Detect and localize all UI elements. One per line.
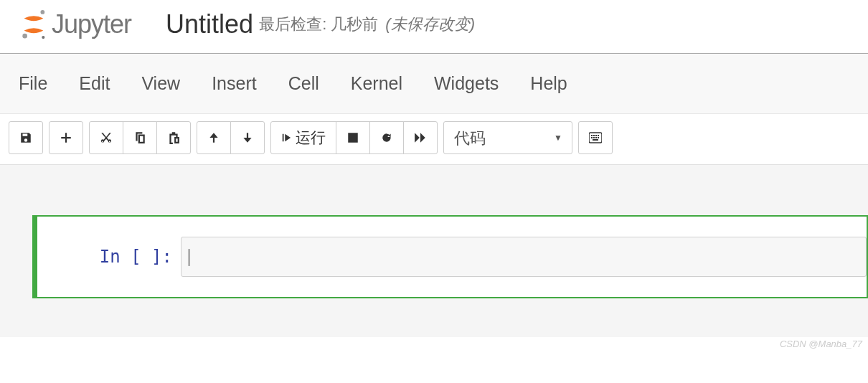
checkpoint-status: 最后检查: 几秒前 (259, 14, 378, 35)
run-button[interactable]: 运行 (270, 121, 336, 154)
copy-button[interactable] (123, 121, 157, 154)
text-cursor (189, 249, 189, 266)
notebook-title[interactable]: Untitled (166, 9, 253, 39)
menu-help[interactable]: Help (524, 72, 572, 95)
header: Jupyter Untitled 最后检查: 几秒前 (未保存改变) (0, 0, 868, 54)
plus-icon (60, 131, 72, 144)
svg-rect-10 (593, 137, 595, 138)
fast-forward-icon (414, 131, 427, 144)
menu-file[interactable]: File (13, 72, 53, 95)
paste-button[interactable] (156, 121, 191, 154)
input-prompt: In [ ]: (37, 247, 181, 267)
save-icon (19, 131, 32, 144)
svg-rect-13 (593, 139, 598, 141)
menu-insert[interactable]: Insert (206, 72, 263, 95)
cut-button[interactable] (89, 121, 123, 154)
move-down-button[interactable] (230, 121, 265, 154)
arrow-up-icon (207, 131, 220, 144)
svg-point-0 (41, 10, 45, 14)
stop-icon (346, 131, 359, 144)
menubar: File Edit View Insert Cell Kernel Widget… (0, 54, 868, 114)
run-label: 运行 (296, 128, 326, 148)
run-icon (281, 131, 291, 144)
autosave-status: (未保存改变) (385, 14, 475, 35)
code-cell[interactable]: In [ ]: (32, 215, 868, 298)
logo-text: Jupyter (52, 9, 131, 39)
svg-point-1 (22, 34, 27, 39)
arrow-down-icon (241, 131, 254, 144)
svg-rect-3 (348, 133, 358, 143)
menu-view[interactable]: View (136, 72, 186, 95)
input-area (181, 237, 867, 277)
code-input[interactable] (181, 237, 867, 277)
save-button[interactable] (9, 121, 43, 154)
restart-run-all-button[interactable] (403, 121, 438, 154)
cell-type-select[interactable]: 代码 (443, 121, 572, 154)
svg-rect-12 (598, 137, 599, 138)
notebook-area: In [ ]: (0, 165, 868, 337)
menu-widgets[interactable]: Widgets (428, 72, 504, 95)
svg-rect-9 (591, 137, 593, 138)
paste-icon (167, 131, 180, 144)
svg-rect-8 (598, 135, 599, 136)
watermark: CSDN @Manba_77 (0, 337, 868, 351)
copy-icon (133, 131, 146, 144)
keyboard-icon (589, 131, 602, 144)
svg-rect-6 (593, 135, 595, 136)
svg-point-2 (42, 36, 44, 39)
command-palette-button[interactable] (578, 121, 613, 154)
menu-edit[interactable]: Edit (73, 72, 115, 95)
menu-kernel[interactable]: Kernel (345, 72, 408, 95)
jupyter-icon (20, 9, 47, 40)
toolbar: 运行 代码 ▼ (0, 114, 868, 165)
restart-button[interactable] (369, 121, 404, 154)
cut-icon (100, 131, 113, 144)
svg-rect-5 (591, 135, 593, 136)
restart-icon (380, 131, 393, 144)
jupyter-logo[interactable]: Jupyter (20, 9, 131, 40)
svg-rect-7 (595, 135, 597, 136)
move-up-button[interactable] (197, 121, 231, 154)
interrupt-button[interactable] (336, 121, 370, 154)
add-cell-button[interactable] (49, 121, 83, 154)
menu-cell[interactable]: Cell (283, 72, 325, 95)
svg-rect-11 (595, 137, 597, 138)
